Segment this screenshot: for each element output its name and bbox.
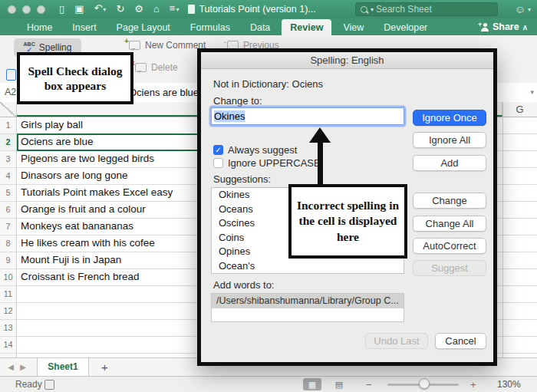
add-button[interactable]: Add — [413, 155, 486, 171]
normal-view-button[interactable]: ▦ — [303, 378, 321, 390]
tab-view[interactable]: View — [334, 19, 372, 35]
redo-icon[interactable]: ↻ — [116, 0, 124, 18]
suggestion-item[interactable]: Ocean's — [212, 259, 404, 274]
delete-comment-button[interactable]: × Delete — [135, 62, 178, 73]
formula-bar-dropdown-icon[interactable]: ▾ — [530, 88, 534, 96]
row-header-6[interactable]: 6 — [0, 202, 17, 218]
ignore-once-button[interactable]: Ignore Once — [413, 110, 486, 126]
row-header-11[interactable]: 11 — [0, 286, 17, 302]
delete-comment-icon: × — [135, 63, 147, 72]
status-ready: Ready — [15, 379, 42, 390]
ignore-uppercase-label: Ignore UPPERCASE — [228, 157, 321, 169]
cancel-button[interactable]: Cancel — [435, 333, 486, 349]
autocorrect-button[interactable]: AutoCorrect — [413, 238, 486, 254]
share-person-icon: + — [480, 23, 489, 31]
ignore-all-button[interactable]: Ignore All — [413, 132, 486, 148]
new-workbook-icon[interactable]: ▯ — [59, 0, 64, 18]
zoom-out-button[interactable]: − — [366, 379, 372, 390]
close-button[interactable] — [8, 5, 16, 14]
row-header-8[interactable]: 8 — [0, 236, 17, 252]
delete-label: Delete — [151, 62, 178, 73]
tab-page-layout[interactable]: Page Layout — [108, 19, 179, 35]
tab-home[interactable]: Home — [18, 19, 61, 35]
spelling-label: Spelling — [39, 42, 72, 53]
always-suggest-checkbox[interactable]: ✓ — [213, 145, 223, 155]
row-header-10[interactable]: 10 — [0, 269, 17, 285]
settings-gear-icon[interactable]: ⚙ — [134, 0, 143, 18]
row-header-3[interactable]: 3 — [0, 151, 17, 167]
search-caret-icon[interactable]: ▾ — [371, 6, 374, 13]
annotation-spell-check-callout: Spell Check dialog box appears — [17, 52, 133, 104]
row-header-14[interactable]: 14 — [0, 337, 17, 353]
search-placeholder: Search Sheet — [376, 4, 432, 15]
toolbar-options-icon[interactable]: ≡▾ — [170, 0, 180, 19]
annotation-arrow-stem — [318, 141, 323, 184]
row-header-9[interactable]: 9 — [0, 252, 17, 268]
row-header-13[interactable]: 13 — [0, 320, 17, 336]
change-to-label: Change to: — [213, 95, 262, 107]
column-g-gridline — [502, 102, 503, 357]
undo-last-button[interactable]: Undo Last — [365, 333, 428, 349]
change-to-input[interactable]: Okines — [211, 107, 404, 125]
row-header-7[interactable]: 7 — [0, 219, 17, 235]
dictionary-path-item[interactable]: /Users/shibanshumanna/Library/Group C... — [212, 294, 404, 308]
row-header-12[interactable]: 12 — [0, 303, 17, 319]
page-layout-view-button[interactable]: ▤ — [330, 378, 348, 390]
new-comment-button[interactable]: + New Comment — [129, 40, 206, 51]
spellcheck-abc-icon: ABC✓ — [24, 42, 35, 53]
select-all-corner[interactable] — [0, 102, 17, 117]
tab-review[interactable]: Review — [282, 19, 331, 35]
home-icon[interactable]: ⌂ — [153, 0, 160, 18]
document-title-text: Tutorials Point (version 1)... — [199, 4, 315, 15]
annotation-incorrect-spelling-callout: Incorrect spelling in the cell is displa… — [288, 184, 407, 259]
macro-record-icon[interactable] — [44, 380, 54, 390]
name-box[interactable]: A2 — [5, 87, 16, 97]
minimize-button[interactable] — [22, 5, 31, 14]
save-icon[interactable]: ▣ — [74, 0, 84, 18]
row-header-4[interactable]: 4 — [0, 168, 17, 184]
annotation-arrow-head-icon — [309, 127, 331, 143]
search-input[interactable]: ▾ Search Sheet — [355, 2, 498, 16]
suggestions-label: Suggestions: — [213, 173, 271, 185]
always-suggest-label: Always suggest — [228, 144, 297, 156]
document-icon — [188, 5, 195, 14]
ignore-uppercase-checkbox[interactable] — [213, 158, 223, 168]
suggest-button[interactable]: Suggest — [413, 260, 486, 276]
thesaurus-icon[interactable] — [6, 69, 16, 81]
change-all-button[interactable]: Change All — [413, 216, 486, 232]
dialog-title[interactable]: Spelling: English — [201, 52, 493, 69]
tab-developer[interactable]: Developer — [375, 19, 436, 35]
document-title: Tutorials Point (version 1)... — [188, 4, 315, 15]
dictionary-list: /Users/shibanshumanna/Library/Group C... — [211, 293, 404, 322]
zoom-in-button[interactable]: + — [470, 379, 476, 390]
row-header-1[interactable]: 1 — [0, 117, 17, 133]
undo-caret-icon[interactable]: ▾ — [103, 6, 106, 13]
undo-icon[interactable]: ↶▾ — [94, 0, 106, 19]
add-words-to-label: Add words to: — [213, 279, 275, 291]
change-button[interactable]: Change — [413, 193, 486, 209]
tab-formulas[interactable]: Formulas — [182, 19, 239, 35]
add-sheet-button[interactable]: + — [101, 361, 108, 374]
status-bar: Ready ▦ ▤ − + 130% — [0, 376, 537, 392]
sheet-tab-sheet1[interactable]: Sheet1 — [37, 358, 89, 376]
row-header-5[interactable]: 5 — [0, 185, 17, 201]
share-label: Share — [493, 21, 519, 32]
fullscreen-button[interactable] — [37, 5, 45, 14]
tab-insert[interactable]: Insert — [64, 19, 104, 35]
zoom-level[interactable]: 130% — [497, 379, 521, 390]
share-button[interactable]: + Share ∧ — [480, 18, 528, 35]
zoom-slider-knob[interactable] — [419, 378, 430, 389]
quick-access-toolbar: ▯ ▣ ↶▾ ↻ ⚙ ⌂ ≡▾ — [59, 0, 179, 19]
tab-data[interactable]: Data — [242, 19, 278, 35]
collapse-ribbon-icon[interactable]: ∧ — [522, 23, 528, 31]
excel-window: ▯ ▣ ↶▾ ↻ ⚙ ⌂ ≡▾ Tutorials Point (version… — [0, 0, 537, 392]
column-header-g[interactable]: G — [502, 102, 537, 117]
ribbon-tabs: HomeInsertPage LayoutFormulasDataReviewV… — [0, 18, 537, 35]
feedback-smiley-icon[interactable]: ☺▾ — [515, 0, 531, 18]
formula-bar-value[interactable]: Ociens are blue — [129, 87, 199, 98]
search-icon — [361, 6, 367, 13]
change-to-value: Okines — [214, 110, 245, 122]
sheet-nav-left-icon[interactable]: ◀ — [5, 363, 17, 371]
sheet-nav-right-icon[interactable]: ▶ — [17, 363, 29, 371]
row-header-2[interactable]: 2 — [0, 134, 17, 150]
